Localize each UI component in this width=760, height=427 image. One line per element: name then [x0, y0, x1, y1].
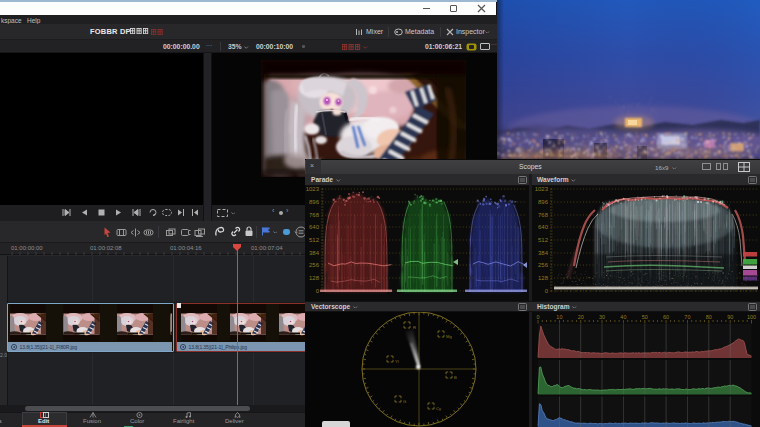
svg-text:896: 896 — [538, 199, 549, 205]
svg-text:Mg: Mg — [446, 334, 452, 339]
svg-text:128: 128 — [309, 275, 320, 281]
svg-text:384: 384 — [309, 250, 320, 256]
svg-text:1023: 1023 — [535, 186, 549, 192]
svg-text:60: 60 — [663, 314, 669, 320]
svg-text:768: 768 — [538, 212, 549, 218]
svg-text:40: 40 — [620, 314, 626, 320]
svg-text:640: 640 — [538, 224, 549, 230]
svg-text:R: R — [413, 325, 416, 330]
svg-text:30: 30 — [599, 314, 605, 320]
svg-text:0: 0 — [536, 314, 539, 320]
svg-text:80: 80 — [706, 314, 712, 320]
svg-text:B: B — [454, 375, 457, 380]
svg-text:100: 100 — [747, 314, 756, 320]
svg-text:256: 256 — [309, 262, 320, 268]
svg-text:384: 384 — [538, 250, 549, 256]
svg-text:512: 512 — [538, 237, 549, 243]
svg-text:20: 20 — [578, 314, 584, 320]
svg-text:90: 90 — [727, 314, 733, 320]
svg-text:768: 768 — [309, 212, 320, 218]
svg-text:Cy: Cy — [436, 406, 442, 411]
svg-text:Yl: Yl — [395, 359, 399, 364]
svg-text:256: 256 — [538, 262, 549, 268]
svg-text:10: 10 — [556, 314, 562, 320]
svg-text:G: G — [403, 399, 406, 404]
svg-text:512: 512 — [309, 237, 320, 243]
svg-text:896: 896 — [309, 199, 320, 205]
svg-text:128: 128 — [538, 275, 549, 281]
svg-text:70: 70 — [684, 314, 690, 320]
svg-text:1023: 1023 — [306, 186, 320, 192]
svg-text:50: 50 — [642, 314, 648, 320]
svg-text:640: 640 — [309, 224, 320, 230]
